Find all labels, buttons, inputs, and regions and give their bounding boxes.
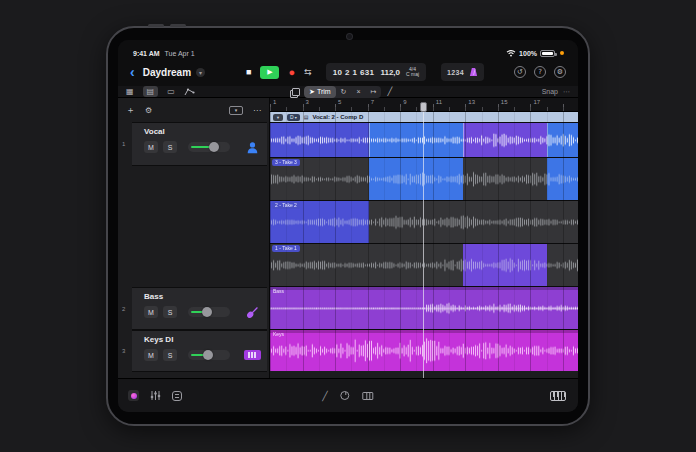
take2-waveform [270, 201, 578, 243]
take3-waveform [270, 158, 578, 200]
play-button[interactable]: ▶ [260, 66, 279, 79]
knob-icon[interactable] [341, 391, 350, 400]
solo-button[interactable]: S [163, 141, 177, 153]
mixer-icon[interactable] [150, 390, 161, 401]
track-number: 2 [122, 306, 125, 312]
ruler-number: 15 [501, 99, 508, 105]
status-bar: 9:41 AM Tue Apr 1 100% [118, 40, 578, 58]
solo-button[interactable]: S [163, 306, 177, 318]
pencil-icon[interactable]: ╱ [322, 391, 327, 401]
track-header-vocal[interactable]: 1 Vocal M S [132, 122, 267, 166]
ruler-number: 17 [533, 99, 540, 105]
ruler-number: 11 [436, 99, 442, 105]
playhead-handle[interactable] [420, 102, 427, 112]
lcd-display[interactable]: 10 2 1 631 112,0 4/4 C maj [326, 63, 426, 81]
play-surface-icon[interactable] [550, 391, 566, 401]
track-header-bass[interactable]: 2 Bass M S [132, 287, 267, 330]
title-bar: ‹ Daydream ▾ ■ ▶ ● ⇆ 10 2 1 631 112,0 4/… [118, 58, 578, 86]
ruler-number: 3 [306, 99, 309, 105]
header-more-icon[interactable]: ⋯ [253, 106, 261, 115]
track-header-keys[interactable]: 3 Keys DI M S [132, 330, 267, 372]
bass-guitar-icon [243, 304, 261, 320]
vocalist-icon [243, 139, 261, 155]
take-label[interactable]: 2 - Take 2 [272, 202, 300, 209]
battery-icon [540, 50, 555, 57]
add-track-button[interactable]: ＋ [126, 104, 135, 117]
tracks-area: ＋ ⚙ ▾ ⋯ 1 Vocal M S [118, 98, 578, 378]
backdrop: 9:41 AM Tue Apr 1 100% ‹ Daydrea [0, 0, 696, 452]
screen: 9:41 AM Tue Apr 1 100% ‹ Daydrea [118, 40, 578, 412]
project-title[interactable]: Daydream [143, 67, 191, 78]
join-tool-icon[interactable]: ↦ [366, 86, 382, 98]
take1-waveform [270, 244, 578, 286]
ruler-number: 13 [468, 99, 475, 105]
ipad-device: 9:41 AM Tue Apr 1 100% ‹ Daydrea [106, 26, 590, 426]
record-button[interactable]: ● [288, 67, 295, 78]
collapse-headers-icon[interactable]: ▾ [229, 106, 243, 115]
mute-button[interactable]: M [144, 141, 158, 153]
metronome-icon[interactable] [469, 67, 478, 77]
more-icon[interactable]: ⋯ [563, 88, 570, 96]
volume-button [170, 24, 186, 27]
take-folder-chevron-icon[interactable]: ▼ [273, 114, 283, 121]
take-lane-1[interactable]: 1 - Take 1 [270, 243, 578, 286]
trim-tool[interactable]: ➤Trim [304, 86, 336, 98]
take-label[interactable]: 3 - Take 3 [272, 159, 300, 166]
regions-view-icon[interactable]: ▭ [167, 88, 175, 96]
comp-letter-badge[interactable]: D▾ [287, 114, 300, 121]
browser-view-icon[interactable]: ▦ [126, 88, 134, 96]
take-folder-header[interactable]: ▼ D▾ ▤ Vocal: 2 - Comp D [270, 112, 578, 122]
help-icon[interactable]: ? [534, 66, 546, 78]
mute-button[interactable]: M [144, 349, 158, 361]
plugins-icon[interactable] [172, 391, 182, 401]
volume-button [148, 24, 164, 27]
copy-icon[interactable] [290, 88, 298, 96]
keys-region[interactable]: Keys [270, 329, 578, 371]
track-name[interactable]: Vocal [144, 127, 261, 136]
ruler-number: 7 [371, 99, 374, 105]
tracks-view-icon[interactable]: ▤ [143, 86, 159, 97]
browser-icon[interactable] [128, 390, 139, 401]
editor-keys-icon[interactable] [363, 392, 374, 400]
track-name[interactable]: Bass [144, 292, 261, 301]
bass-region[interactable]: Bass [270, 286, 578, 329]
keyboard-icon [243, 347, 261, 363]
tool-segmented-control: ➤Trim ↻ × ↦ [304, 86, 381, 98]
project-menu-icon[interactable]: ▾ [196, 68, 205, 77]
take-label[interactable]: 1 - Take 1 [272, 245, 300, 252]
track-name[interactable]: Keys DI [144, 335, 261, 344]
comp-lane[interactable] [270, 122, 578, 157]
ruler-number: 1 [273, 99, 276, 105]
mic-indicator-dot [560, 51, 564, 55]
loop-tool-icon[interactable]: ↻ [336, 86, 352, 98]
snap-menu[interactable]: Snap [542, 88, 558, 95]
cycle-button[interactable]: ⇆ [304, 67, 312, 77]
back-chevron-icon[interactable]: ‹ [130, 65, 135, 79]
region-label: Bass [273, 288, 284, 294]
track-options-icon[interactable]: ⚙ [145, 106, 152, 115]
undo-icon[interactable]: ↺ [514, 66, 526, 78]
volume-slider[interactable] [188, 350, 230, 360]
split-tool-icon[interactable]: × [351, 86, 365, 98]
volume-slider[interactable] [188, 142, 230, 152]
volume-slider[interactable] [188, 307, 230, 317]
timeline[interactable]: 1357911131517 ▼ D▾ ▤ Vocal: 2 - Comp D [270, 98, 578, 378]
take-lane-2[interactable]: 2 - Take 2 [270, 200, 578, 243]
take-lane-3[interactable]: 3 - Take 3 [270, 157, 578, 200]
comp-title: Vocal: 2 - Comp D [312, 114, 363, 120]
keys-waveform [270, 330, 578, 371]
battery-percent: 100% [519, 50, 537, 57]
solo-button[interactable]: S [163, 349, 177, 361]
settings-icon[interactable]: ⚙ [554, 66, 566, 78]
draw-tool-icon[interactable]: ╱ [387, 87, 392, 96]
mute-button[interactable]: M [144, 306, 158, 318]
track-header-panel: ＋ ⚙ ▾ ⋯ 1 Vocal M S [118, 98, 270, 378]
transport-controls: ■ ▶ ● ⇆ 10 2 1 631 112,0 4/4 C maj 1234 [246, 63, 484, 81]
track-number: 1 [122, 141, 125, 147]
count-in-button[interactable]: 1234 [447, 69, 464, 76]
automation-icon[interactable] [184, 87, 195, 96]
ruler-number: 9 [403, 99, 406, 105]
count-in-metronome-group: 1234 [441, 63, 484, 81]
edit-toolbar: ▦ ▤ ▭ ➤Trim ↻ × ↦ ╱ [118, 86, 578, 98]
stop-button[interactable]: ■ [246, 67, 251, 77]
